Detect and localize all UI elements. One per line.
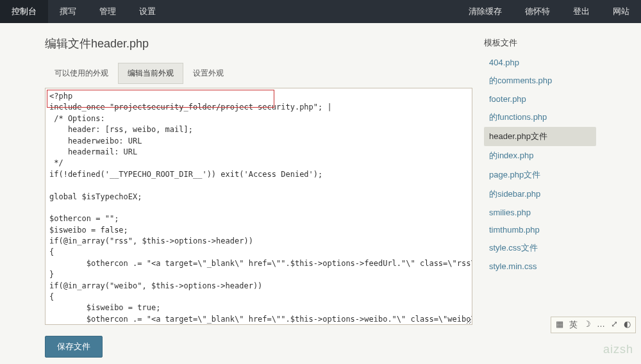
nav-settings[interactable]: 设置: [128, 0, 167, 23]
template-sidebar: 模板文件 404.php的comments.phpfooter.php的func…: [484, 36, 596, 358]
ellipsis-icon[interactable]: …: [595, 319, 606, 331]
template-file-item[interactable]: 的sidebar.php: [484, 185, 596, 204]
tabs: 可以使用的外观 编辑当前外观 设置外观: [45, 63, 472, 84]
nav-manage[interactable]: 管理: [88, 0, 128, 23]
nav-write[interactable]: 撰写: [48, 0, 88, 23]
nav-left: 控制台 撰写 管理 设置: [0, 0, 167, 23]
template-file-item[interactable]: header.php文件: [484, 127, 596, 146]
tab-theme-settings[interactable]: 设置外观: [183, 63, 233, 84]
save-button[interactable]: 保存文件: [45, 336, 103, 358]
template-file-item[interactable]: timthumb.php: [484, 221, 596, 238]
template-file-item[interactable]: footer.php: [484, 90, 596, 108]
nav-logout[interactable]: 登出: [562, 0, 601, 23]
template-file-item[interactable]: page.php文件: [484, 165, 596, 185]
watermark: aizsh: [603, 343, 633, 356]
template-file-item[interactable]: 的index.php: [484, 146, 596, 165]
tab-available-themes[interactable]: 可以使用的外观: [45, 63, 118, 84]
nav-clear-cache[interactable]: 清除缓存: [457, 0, 513, 23]
text-icon[interactable]: 英: [568, 319, 579, 331]
top-navigation: 控制台 撰写 管理 设置 清除缓存 德怀特 登出 网站: [0, 0, 641, 23]
nav-right: 清除缓存 德怀特 登出 网站: [457, 0, 641, 23]
template-file-item[interactable]: 的functions.php: [484, 108, 596, 127]
nav-website[interactable]: 网站: [601, 0, 641, 23]
tab-edit-theme[interactable]: 编辑当前外观: [118, 63, 183, 84]
expand-icon[interactable]: ⤢: [610, 319, 619, 331]
sidebar-title: 模板文件: [484, 37, 596, 49]
page-title: 编辑文件header.php: [45, 36, 472, 51]
ime-floatbar: ▦ 英 ☽ … ⤢ ◐: [551, 317, 636, 333]
moon-icon[interactable]: ☽: [582, 319, 592, 331]
contrast-icon[interactable]: ◐: [622, 319, 632, 331]
template-file-item[interactable]: 404.php: [484, 54, 596, 71]
nav-console[interactable]: 控制台: [0, 0, 48, 23]
template-file-item[interactable]: style.min.css: [484, 258, 596, 275]
template-file-item[interactable]: smilies.php: [484, 204, 596, 221]
template-file-item[interactable]: 的comments.php: [484, 71, 596, 90]
file-editor[interactable]: [45, 88, 472, 325]
grid-icon[interactable]: ▦: [554, 319, 565, 331]
template-file-item[interactable]: style.css文件: [484, 238, 596, 258]
nav-user[interactable]: 德怀特: [513, 0, 562, 23]
